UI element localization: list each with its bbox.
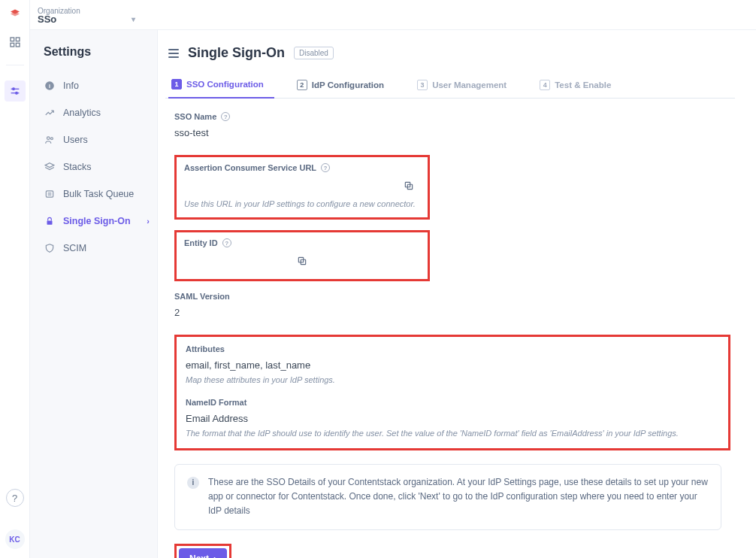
lock-icon [44, 215, 56, 227]
dashboard-icon[interactable] [8, 35, 23, 50]
queue-icon [44, 188, 56, 200]
chevron-down-icon: ▾ [132, 15, 135, 23]
sidebar-item-stacks[interactable]: Stacks [44, 153, 157, 180]
step-number: 3 [417, 80, 428, 90]
svg-point-10 [47, 137, 50, 140]
svg-point-6 [12, 88, 14, 90]
left-rail: ? KC [0, 0, 30, 558]
svg-rect-1 [16, 38, 20, 41]
field-value: sso-test [174, 127, 721, 138]
sidebar-item-label: Analytics [63, 108, 101, 118]
highlight-box-attributes: Attributes email, first_name, last_name … [174, 335, 730, 450]
org-name: SSo [38, 14, 56, 25]
callout-text: These are the SSO Details of your Conten… [208, 475, 709, 519]
field-label: NameID Format [186, 398, 246, 407]
field-value: Email Address [186, 413, 719, 424]
sidebar-item-label: Bulk Task Queue [63, 189, 134, 199]
field-hint: Map these attributes in your IdP setting… [186, 375, 719, 384]
topbar: Organization SSo ▾ [30, 0, 756, 30]
tab-label: User Management [432, 80, 507, 89]
shield-icon [44, 242, 56, 254]
menu-icon[interactable] [168, 49, 179, 58]
sidebar-item-analytics[interactable]: Analytics [44, 99, 157, 126]
field-sso-name: SSO Name ? sso-test [174, 112, 721, 138]
sidebar-item-scim[interactable]: SCIM [44, 235, 157, 262]
tab-label: Test & Enable [555, 80, 611, 89]
user-avatar[interactable]: KC [5, 529, 25, 549]
step-number: 2 [297, 80, 307, 90]
settings-sidebar: Settings i Info Analytics Users Stacks [30, 30, 158, 558]
tab-sso-configuration[interactable]: 1 SSO Configuration [168, 79, 274, 99]
svg-text:i: i [49, 83, 50, 89]
highlight-box-entity-id: Entity ID ? [174, 230, 430, 281]
tab-user-management[interactable]: 3 User Management [414, 79, 517, 98]
svg-point-7 [15, 92, 17, 94]
content-area: Single Sign-On Disabled 1 SSO Configurat… [158, 30, 756, 558]
svg-marker-12 [45, 163, 54, 168]
help-icon[interactable]: ? [6, 489, 24, 507]
highlight-box-next: Next › [174, 544, 231, 558]
field-label: Attributes [186, 344, 225, 353]
sidebar-item-bulk-task-queue[interactable]: Bulk Task Queue [44, 180, 157, 208]
copy-icon[interactable] [297, 256, 307, 268]
step-number: 1 [171, 79, 182, 89]
tab-label: IdP Configuration [312, 80, 384, 89]
tab-idp-configuration[interactable]: 2 IdP Configuration [294, 79, 395, 98]
sidebar-item-label: Stacks [63, 162, 92, 172]
chevron-right-icon: › [147, 217, 150, 226]
sidebar-item-label: Single Sign-On [63, 216, 131, 226]
settings-rail-icon[interactable] [5, 80, 26, 102]
info-icon: i [187, 477, 199, 489]
field-label: Entity ID [184, 238, 218, 247]
sidebar-item-single-sign-on[interactable]: Single Sign-On › [44, 208, 157, 235]
sidebar-item-info[interactable]: i Info [44, 72, 157, 99]
next-button[interactable]: Next › [179, 548, 227, 558]
field-label: SSO Name [174, 112, 216, 121]
users-icon [44, 134, 56, 146]
config-tabs: 1 SSO Configuration 2 IdP Configuration … [165, 79, 735, 99]
sidebar-item-users[interactable]: Users [44, 126, 157, 153]
field-value: email, first_name, last_name [186, 359, 719, 371]
svg-rect-13 [46, 191, 53, 197]
field-hint: Use this URL in your IdP settings to con… [184, 199, 420, 208]
svg-rect-3 [16, 43, 20, 47]
app-logo-icon[interactable] [8, 6, 22, 20]
tab-label: SSO Configuration [186, 80, 264, 89]
sidebar-item-label: Users [63, 135, 88, 145]
field-hint: The format that the IdP should use to id… [186, 429, 719, 438]
org-select[interactable]: Organization SSo ▾ [38, 7, 135, 29]
field-label: Assertion Consumer Service URL [184, 163, 316, 172]
sidebar-title: Settings [44, 45, 157, 59]
step-number: 4 [540, 80, 550, 90]
chevron-right-icon: › [213, 553, 216, 558]
svg-rect-0 [11, 38, 14, 41]
svg-rect-16 [47, 220, 53, 224]
help-icon[interactable]: ? [321, 163, 330, 172]
sidebar-item-label: Info [63, 80, 79, 91]
field-saml-version: SAML Version 2 [174, 292, 721, 318]
stacks-icon [44, 161, 56, 173]
highlight-box-acs: Assertion Consumer Service URL ? Use thi… [174, 155, 430, 220]
field-value: 2 [174, 307, 721, 318]
svg-point-11 [50, 138, 53, 140]
info-callout: i These are the SSO Details of your Cont… [174, 464, 721, 530]
status-badge: Disabled [294, 47, 334, 59]
svg-rect-2 [11, 43, 14, 47]
sidebar-item-label: SCIM [63, 243, 86, 253]
tab-test-enable[interactable]: 4 Test & Enable [537, 79, 621, 98]
field-label: SAML Version [174, 292, 230, 301]
copy-icon[interactable] [404, 180, 414, 193]
help-icon[interactable]: ? [221, 112, 230, 121]
analytics-icon [44, 107, 56, 119]
info-icon: i [44, 80, 56, 92]
page-title: Single Sign-On [188, 45, 285, 61]
help-icon[interactable]: ? [222, 238, 231, 247]
next-button-label: Next [189, 553, 209, 558]
